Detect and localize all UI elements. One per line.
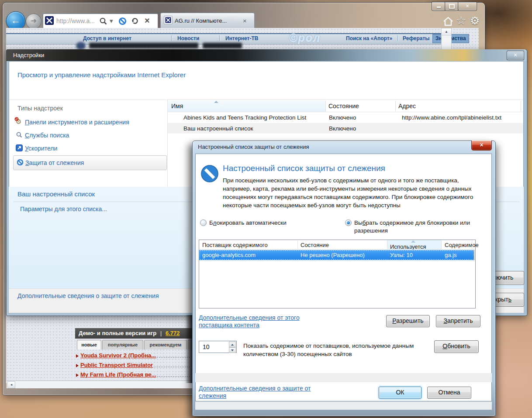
tracking-blocked-icon[interactable] xyxy=(118,17,127,27)
column-header-name[interactable]: Имя xyxy=(171,100,183,112)
column-header-status[interactable]: Состояние xyxy=(328,100,359,112)
erol-logo[interactable]: ©рол xyxy=(289,31,321,44)
sidebar-item-toolbars[interactable]: Панели инструментов и расширения xyxy=(25,119,129,126)
list-options-link[interactable]: Параметры для этого списка... xyxy=(20,206,107,212)
site-count-spinner[interactable] xyxy=(199,341,237,353)
provider-info-link[interactable]: Дополнительные сведения от этого поставщ… xyxy=(199,314,308,329)
sidebar-item-tracking-protection[interactable]: Защита от слежения xyxy=(25,159,84,166)
game-link[interactable]: Public Transport Simulator xyxy=(80,361,153,369)
close-button[interactable]: × xyxy=(458,2,477,11)
games-panel-header: Демо- и полные версии игр | 6.772 xyxy=(75,328,192,339)
nav-link-aport-search[interactable]: Поиск на «Апорт» xyxy=(346,34,392,43)
bullet-icon xyxy=(76,354,79,358)
tpl-close-button[interactable]: × xyxy=(471,140,492,151)
spinner-down-icon xyxy=(231,349,234,351)
radio-block-auto[interactable] xyxy=(200,219,207,226)
spinner-up-button[interactable] xyxy=(229,342,236,347)
block-button[interactable]: Запретить xyxy=(436,315,480,327)
scroll-up-icon[interactable]: ▲ xyxy=(442,28,451,36)
spinner-description: Показать содержимое от поставщиков, испо… xyxy=(243,342,428,358)
refresh-button[interactable]: Обновить xyxy=(434,340,479,353)
table-row[interactable]: Abines Kids and Teens Tracking Protectio… xyxy=(168,112,523,123)
tpl-description: При посещении нескольких веб-узлов с сод… xyxy=(223,176,478,209)
browser-tab[interactable]: AG.ru // Компьюте... × xyxy=(160,13,255,28)
tools-gear-icon[interactable]: ⚙ xyxy=(470,15,480,26)
sidebar-item-search-providers[interactable]: Службы поиска xyxy=(25,132,69,139)
bullet-icon xyxy=(76,373,79,377)
minimize-button[interactable] xyxy=(432,2,446,11)
learn-more-tracking-link[interactable]: Дополнительные сведения о защите от слеж… xyxy=(17,292,159,299)
radio-block-auto-label[interactable]: Блокировать автоматически xyxy=(209,219,287,227)
dotted-leader xyxy=(157,376,190,377)
nav-separator xyxy=(219,35,220,41)
minimize-icon xyxy=(437,7,441,8)
close-icon: × xyxy=(514,51,517,58)
search-services-icon xyxy=(16,131,23,140)
games-counter-link[interactable]: 6.772 xyxy=(166,330,180,336)
games-tab-popular[interactable]: популярные xyxy=(102,340,143,349)
scroll-left-icon[interactable]: ◄ xyxy=(7,381,15,388)
refresh-icon[interactable] xyxy=(131,17,139,27)
spinner-down-button[interactable] xyxy=(229,347,236,353)
game-link[interactable]: Youda Survivor 2 (Пробна... xyxy=(80,352,156,360)
column-divider xyxy=(441,240,442,249)
selected-provider-row[interactable]: google-analytics.com Не решено (Разрешен… xyxy=(199,250,474,260)
tpl-learn-more-link[interactable]: Дополнительные сведения о защите от слеж… xyxy=(199,385,314,400)
page-scrollbar[interactable]: ▲ xyxy=(441,28,452,50)
home-icon[interactable] xyxy=(442,16,454,29)
column-divider xyxy=(387,240,387,249)
game-list-item: Youda Survivor 2 (Пробна... xyxy=(76,350,190,360)
sidebar-item-accelerators[interactable]: Ускорители xyxy=(25,145,57,152)
column-divider xyxy=(472,240,472,249)
games-panel-title: Демо- и полные версии игр xyxy=(79,330,156,336)
radio-selected-dot xyxy=(347,221,350,224)
table-row[interactable]: Ваш настроенный список Включено xyxy=(168,123,523,134)
screen: × ← ➜ http://www.a... ▾ × AG.ru // Компь… xyxy=(0,0,532,418)
allow-button[interactable]: Разрешить xyxy=(386,315,430,327)
column-header-status[interactable]: Состояние xyxy=(301,240,329,250)
maximize-button[interactable] xyxy=(445,2,459,11)
site-count-input[interactable] xyxy=(202,341,228,353)
dotted-leader xyxy=(154,367,190,367)
column-header-provider[interactable]: Поставщик содержимого xyxy=(202,240,268,250)
separator-band xyxy=(195,373,492,382)
provider-content: ga.js xyxy=(445,250,456,260)
divider xyxy=(9,99,523,100)
forward-button[interactable]: ➜ xyxy=(26,14,41,29)
addons-subtitle: Просмотр и управление надстройками Inter… xyxy=(17,71,186,79)
games-tab-recommended[interactable]: рекомендуем xyxy=(144,340,187,349)
radio-choose-content[interactable] xyxy=(345,219,352,226)
tab-close-icon[interactable]: × xyxy=(243,14,247,28)
stop-icon[interactable]: × xyxy=(145,14,150,27)
addon-name: Abines Kids and Teens Tracking Protectio… xyxy=(183,112,306,123)
search-icon[interactable] xyxy=(99,17,107,27)
tab-title: AG.ru // Компьюте... xyxy=(175,14,227,28)
nav-separator xyxy=(397,35,398,41)
addons-title-bar: Надстройки xyxy=(6,49,526,61)
cancel-button[interactable]: Отмена xyxy=(427,387,471,399)
addons-dialog-title: Надстройки xyxy=(13,49,44,61)
tab-favicon xyxy=(164,16,172,24)
game-list-item: My Farm Life (Пробная ве... xyxy=(76,369,190,379)
games-tab-new[interactable]: новые xyxy=(77,340,101,349)
column-header-address[interactable]: Адрес xyxy=(398,100,416,112)
bullet-icon xyxy=(76,364,79,367)
current-list-title: Ваш настроенный список xyxy=(17,190,95,198)
address-input[interactable]: http://www.a... xyxy=(56,14,95,28)
favorites-star-icon[interactable]: ☆ xyxy=(456,15,466,26)
ok-button[interactable]: ОК xyxy=(379,387,421,399)
provider-name: google-analytics.com xyxy=(202,250,256,260)
addons-close-button[interactable]: × xyxy=(507,51,524,60)
column-divider xyxy=(297,240,298,249)
column-divider xyxy=(395,101,396,111)
chevron-down-icon[interactable]: ▾ xyxy=(110,14,113,27)
nav-link-referats[interactable]: Рефераты xyxy=(403,34,430,43)
radio-choose-content-label[interactable]: Выбрать содержимое для блокировки или ра… xyxy=(354,219,481,235)
address-bar[interactable]: http://www.a... ▾ × xyxy=(43,14,158,29)
game-link[interactable]: My Farm Life (Пробная ве... xyxy=(80,371,156,379)
separator: | xyxy=(160,330,162,336)
close-icon: × xyxy=(480,141,483,148)
provider-status: Не решено (Разрешено) xyxy=(301,250,365,260)
column-header-content[interactable]: Содержимое xyxy=(445,240,479,250)
sort-ascending-icon xyxy=(214,101,218,103)
